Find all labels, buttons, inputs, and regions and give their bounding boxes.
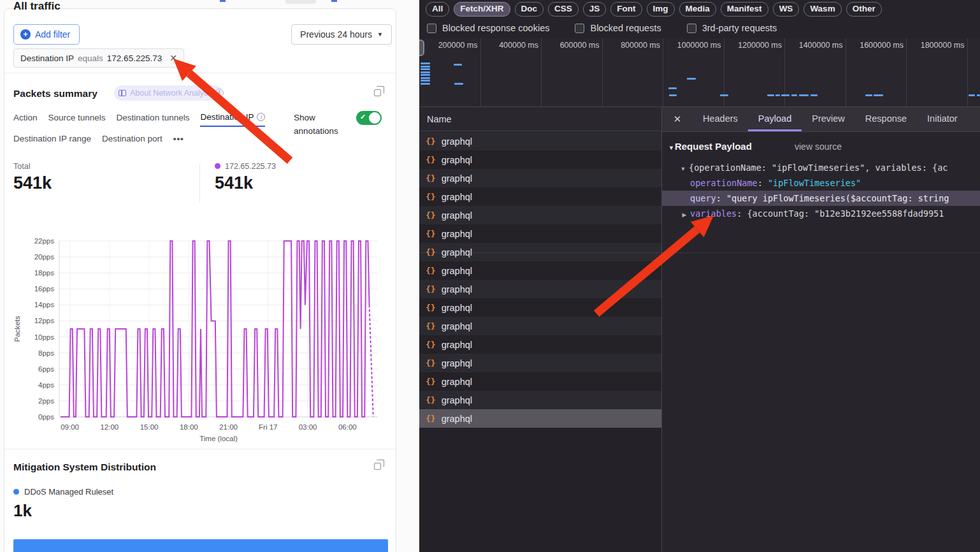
svg-text:20pps: 20pps [34, 253, 55, 261]
request-row[interactable]: {}graphql [419, 150, 661, 169]
filter-pill-ws[interactable]: WS [773, 2, 800, 17]
payload-tree-row[interactable]: ▶variables: {accountTag: "b12e3b2192ee55… [662, 206, 980, 221]
json-request-icon: {} [426, 266, 436, 275]
tab-source-tunnels[interactable]: Source tunnels [48, 112, 106, 127]
svg-text:21:00: 21:00 [219, 423, 238, 431]
name-column-header[interactable]: Name [419, 107, 661, 131]
request-row[interactable]: {}graphql [419, 391, 661, 409]
filter-pill-fetch-xhr[interactable]: Fetch/XHR [454, 2, 510, 17]
payload-tree-row[interactable]: query: "query ipFlowTimeseries($accountT… [662, 191, 980, 206]
request-row[interactable]: {}graphql [419, 132, 661, 150]
request-row[interactable]: {}graphql [419, 280, 661, 298]
request-row[interactable]: {}graphql [419, 317, 661, 335]
detail-tab-initiator[interactable]: Initiator [917, 107, 968, 131]
request-row[interactable]: {}graphql [419, 224, 661, 243]
svg-text:09:00: 09:00 [61, 423, 79, 431]
remove-filter-icon[interactable]: ✕ [169, 53, 177, 63]
time-range-dropdown[interactable]: Previous 24 hours ▼ [291, 24, 392, 45]
request-row[interactable]: {}graphql [419, 298, 661, 317]
filter-pill-img[interactable]: Img [647, 2, 675, 17]
ruler-label: 2000000 ms [967, 41, 980, 51]
info-icon: i [257, 113, 265, 121]
waterfall-request-mark [669, 94, 677, 96]
checkbox-icon[interactable] [687, 24, 696, 33]
request-row[interactable]: {}graphql [419, 354, 661, 372]
expand-panel-icon[interactable] [374, 89, 381, 96]
svg-text:06:00: 06:00 [338, 423, 357, 431]
network-overview-timeline[interactable]: 200000 ms400000 ms600000 ms800000 ms1000… [419, 38, 980, 107]
checkbox-blocked-response-cookies[interactable]: Blocked response cookies [427, 23, 549, 33]
request-row[interactable]: {}graphql [419, 169, 661, 187]
clock-icon [215, 89, 224, 98]
checkbox-icon[interactable] [575, 24, 584, 33]
waterfall-request-mark [421, 71, 430, 73]
svg-text:18:00: 18:00 [180, 423, 198, 431]
tab-destination-ip-range[interactable]: Destination IP range [13, 134, 91, 147]
payload-tree-row[interactable]: operationName: "ipFlowTimeseries" [662, 175, 980, 191]
filter-pill-css[interactable]: CSS [548, 2, 579, 17]
request-row[interactable]: {}graphql [419, 409, 661, 428]
detail-tab-headers[interactable]: Headers [693, 107, 748, 131]
filter-pill-doc[interactable]: Doc [515, 2, 544, 17]
tab-destination-tunnels[interactable]: Destination tunnels [117, 112, 190, 127]
tab-action[interactable]: Action [13, 112, 38, 127]
filter-pill-media[interactable]: Media [679, 2, 716, 17]
request-checkbox-filters: Blocked response cookiesBlocked requests… [427, 19, 777, 37]
request-row[interactable]: {}graphql [419, 206, 661, 224]
waterfall-request-mark [720, 94, 728, 96]
filter-pill-all[interactable]: All [426, 2, 449, 17]
svg-text:8pps: 8pps [38, 349, 54, 357]
clipped-top-element [220, 0, 226, 2]
request-row[interactable]: {}graphql [419, 372, 661, 391]
json-request-icon: {} [426, 136, 436, 146]
checkbox-icon[interactable] [427, 24, 436, 33]
svg-text:22pps: 22pps [34, 237, 55, 245]
view-source-link[interactable]: view source [795, 142, 842, 152]
request-row[interactable]: {}graphql [419, 187, 661, 206]
waterfall-request-mark [421, 80, 430, 82]
divider [4, 449, 396, 449]
payload-panel: ▼Request Payload view source ▼{operation… [662, 132, 980, 552]
filter-pill-js[interactable]: JS [583, 2, 607, 17]
svg-text:Time (local): Time (local) [199, 435, 238, 442]
svg-text:12:00: 12:00 [100, 423, 119, 431]
svg-text:15:00: 15:00 [140, 423, 159, 431]
close-icon[interactable]: ✕ [662, 107, 693, 131]
filter-pill-manifest[interactable]: Manifest [721, 2, 768, 17]
json-request-icon: {} [426, 358, 436, 368]
collapse-icon[interactable]: ▼ [668, 145, 674, 151]
show-annotations-toggle[interactable]: ✓ [356, 111, 382, 125]
request-row[interactable]: {}graphql [419, 335, 661, 354]
checkbox-blocked-requests[interactable]: Blocked requests [575, 23, 661, 33]
json-request-icon: {} [426, 303, 436, 312]
request-row[interactable]: {}graphql [419, 261, 661, 280]
detail-tab-response[interactable]: Response [855, 107, 917, 131]
expand-panel-icon[interactable] [374, 463, 381, 470]
collapsed-twisty-icon[interactable]: ▶ [679, 207, 690, 221]
expanded-twisty-icon[interactable]: ▼ [677, 161, 689, 175]
artifact-line [419, 252, 980, 253]
summary-tabs-row-1: ActionSource tunnelsDestination tunnelsD… [13, 112, 265, 127]
about-network-analytics-badge[interactable]: About Network Analytics [114, 85, 222, 101]
packets-summary-title: Packets summary [13, 88, 97, 99]
screenshot-root: All traffic + Add filter Previous 24 hou… [0, 0, 980, 552]
svg-text:18pps: 18pps [34, 269, 55, 277]
waterfall-request-mark [791, 94, 797, 96]
checkbox-3rd-party-requests[interactable]: 3rd-party requests [687, 23, 777, 33]
filter-pill-other[interactable]: Other [846, 2, 882, 17]
tab-destination-port[interactable]: Destination port [102, 134, 162, 147]
ruler-label: 200000 ms [419, 41, 478, 51]
tab-destination-ip[interactable]: Destination IPi [200, 112, 265, 127]
svg-text:03:00: 03:00 [299, 423, 317, 431]
add-filter-button[interactable]: + Add filter [13, 24, 80, 45]
tab--[interactable]: ••• [173, 134, 184, 147]
ruler-label: 1800000 ms [906, 41, 965, 51]
filter-chip[interactable]: Destination IP equals 172.65.225.73 ✕ [13, 48, 184, 68]
filter-pill-font[interactable]: Font [610, 2, 642, 17]
detail-tab-payload[interactable]: Payload [748, 107, 802, 131]
detail-tab-preview[interactable]: Preview [802, 107, 855, 131]
request-payload-header[interactable]: ▼Request Payload [668, 141, 752, 152]
ruler-label: 1200000 ms [724, 41, 782, 51]
payload-tree-row[interactable]: ▼{operationName: "ipFlowTimeseries", var… [662, 160, 980, 175]
filter-pill-wasm[interactable]: Wasm [803, 2, 841, 17]
